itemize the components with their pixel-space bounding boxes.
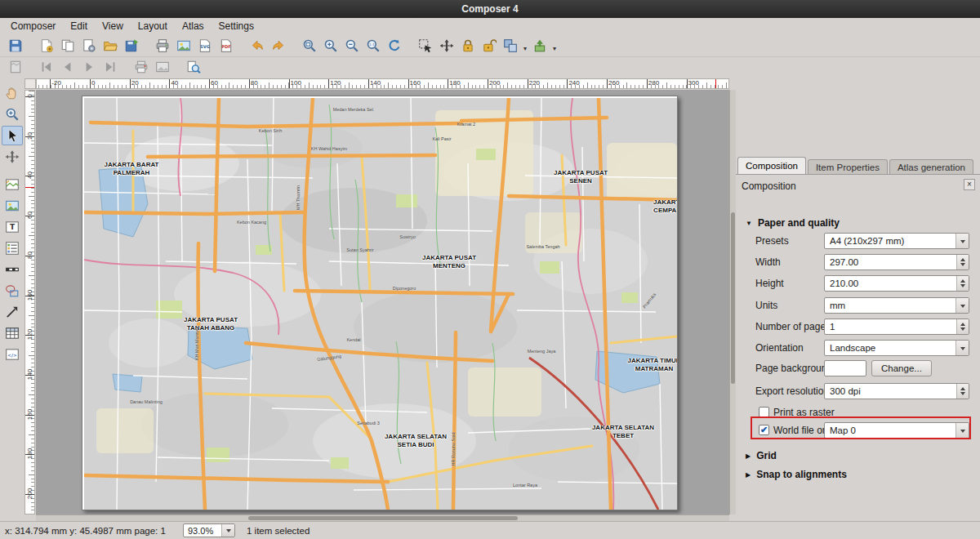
- group-items-button[interactable]: [500, 36, 521, 56]
- zoom-full-button[interactable]: [299, 36, 320, 56]
- atlas-print-button[interactable]: [131, 57, 152, 77]
- save-template-button[interactable]: [121, 36, 142, 56]
- group-items-dropdown[interactable]: ▾: [521, 36, 529, 56]
- panel-close-button[interactable]: ×: [964, 179, 975, 190]
- presets-combo[interactable]: A4 (210x297 mm): [824, 233, 969, 249]
- vertical-scrollbar[interactable]: [729, 90, 736, 514]
- move-content-tool-icon: [5, 149, 20, 164]
- height-spin-arrows-icon[interactable]: [956, 276, 969, 291]
- menu-composer[interactable]: Composer: [3, 19, 63, 33]
- zoom-in-button[interactable]: [320, 36, 341, 56]
- page-background-color-swatch[interactable]: [824, 360, 866, 376]
- menu-view[interactable]: View: [95, 19, 131, 33]
- world-file-map-combo[interactable]: Map 0: [824, 422, 969, 439]
- add-html-button[interactable]: </>: [2, 345, 23, 364]
- h-ruler-tick: [50, 79, 51, 88]
- atlas-settings-button[interactable]: [183, 57, 204, 77]
- add-shape-button[interactable]: [2, 281, 23, 301]
- menu-layout[interactable]: Layout: [131, 19, 175, 33]
- pan-tool-button[interactable]: [2, 83, 23, 103]
- menu-settings[interactable]: Settings: [212, 19, 261, 33]
- pages-spinbox[interactable]: 1: [824, 318, 969, 335]
- composition-canvas[interactable]: JAKARTA BARATPALMERAHJAKARTA PUSATSENENJ…: [36, 90, 729, 514]
- new-composer-button[interactable]: [36, 36, 57, 56]
- select-move-item-button[interactable]: [415, 36, 436, 56]
- export-resolution-spin-arrows-icon[interactable]: [956, 384, 969, 399]
- orientation-combo[interactable]: Landscape: [824, 340, 969, 356]
- export-pdf-button[interactable]: PDF: [216, 36, 237, 56]
- export-image-button[interactable]: [173, 36, 194, 56]
- add-arrow-button[interactable]: [2, 302, 23, 322]
- add-html-icon: </>: [5, 347, 20, 362]
- raise-items-dropdown[interactable]: ▾: [550, 36, 559, 56]
- zoom-level-combo[interactable]: 93.0%: [183, 523, 235, 537]
- add-scalebar-button[interactable]: [2, 260, 23, 279]
- select-move-item-tool-button[interactable]: [2, 126, 23, 145]
- print-as-raster-checkbox[interactable]: ✔: [759, 407, 769, 417]
- print-as-raster-row: ✔ Print as raster: [736, 404, 980, 421]
- zoom-actual-button[interactable]: 1:1: [363, 36, 384, 56]
- move-item-content-button[interactable]: [436, 36, 457, 56]
- add-map-button[interactable]: [2, 175, 23, 194]
- move-content-tool-button[interactable]: [2, 147, 23, 167]
- zoom-tool-button[interactable]: [2, 105, 23, 124]
- horizontal-scrollbar-thumb[interactable]: [248, 516, 518, 520]
- h-ruler-number: 200: [489, 79, 500, 87]
- selection-status: 1 item selected: [247, 526, 310, 536]
- page-background-change-button[interactable]: Change...: [871, 360, 932, 376]
- unlock-items-button[interactable]: [479, 36, 500, 56]
- print-button[interactable]: [152, 36, 173, 56]
- width-spin-arrows-icon[interactable]: [956, 255, 969, 270]
- street-label: Danau Malinting: [130, 399, 163, 404]
- paper-quality-section-header[interactable]: ▼ Paper and quality: [746, 217, 840, 229]
- svg-text:PDF: PDF: [221, 44, 231, 49]
- atlas-first-feature-button[interactable]: [36, 57, 57, 77]
- map-item[interactable]: JAKARTA BARATPALMERAHJAKARTA PUSATSENENJ…: [84, 98, 677, 510]
- raise-items-button[interactable]: [529, 36, 550, 56]
- tab-composition[interactable]: Composition: [737, 157, 806, 174]
- street-label: KH Wahid Hasyim: [311, 146, 347, 151]
- add-map-icon: [5, 177, 20, 192]
- undo-button[interactable]: [247, 36, 268, 56]
- horizontal-scrollbar[interactable]: [36, 514, 729, 521]
- duplicate-composer-button[interactable]: [57, 36, 78, 56]
- grid-section-header[interactable]: ▶ Grid: [746, 450, 777, 461]
- street-label: KH Mas Mansyur: [194, 326, 199, 360]
- atlas-next-feature-button[interactable]: [78, 57, 100, 77]
- atlas-prev-feature-button[interactable]: [57, 57, 78, 77]
- redo-button[interactable]: [268, 36, 289, 56]
- world-file-checkbox[interactable]: ✔: [759, 425, 769, 435]
- height-spinbox[interactable]: 210.00: [824, 275, 969, 292]
- atlas-export-button[interactable]: [152, 57, 173, 77]
- add-image-button[interactable]: [2, 196, 23, 216]
- snap-section-header[interactable]: ▶ Snap to alignments: [746, 469, 847, 480]
- menu-edit[interactable]: Edit: [63, 19, 95, 33]
- last-icon: [103, 60, 118, 74]
- atlas-preview-button[interactable]: [5, 57, 26, 77]
- menu-atlas[interactable]: Atlas: [175, 19, 212, 33]
- atlas-last-feature-button[interactable]: [100, 57, 121, 77]
- pages-spin-arrows-icon[interactable]: [956, 319, 969, 334]
- tab-item-properties[interactable]: Item Properties: [808, 159, 888, 174]
- zoom-out-button[interactable]: [341, 36, 363, 56]
- refresh-view-button[interactable]: [384, 36, 405, 56]
- lock-items-button[interactable]: [457, 36, 479, 56]
- export-resolution-spinbox[interactable]: 300 dpi: [824, 383, 969, 399]
- add-legend-button[interactable]: [2, 238, 23, 258]
- units-combo[interactable]: mm: [824, 297, 969, 314]
- add-table-icon: [5, 326, 20, 341]
- add-scalebar-icon: [5, 262, 20, 277]
- add-label-button[interactable]: T: [2, 217, 23, 237]
- tab-atlas-generation[interactable]: Atlas generation: [889, 159, 973, 174]
- atlas-print-icon: [134, 60, 149, 74]
- width-spinbox[interactable]: 297.00: [824, 254, 969, 270]
- save-project-button[interactable]: [5, 36, 26, 56]
- export-svg-button[interactable]: SVG: [194, 36, 216, 56]
- h-ruler-number: 220: [529, 79, 540, 87]
- svg-text:T: T: [10, 223, 16, 231]
- paper-page[interactable]: JAKARTA BARATPALMERAHJAKARTA PUSATSENENJ…: [82, 96, 678, 510]
- add-attribute-table-button[interactable]: [2, 323, 23, 343]
- load-template-button[interactable]: [100, 36, 121, 56]
- vertical-scrollbar-thumb[interactable]: [731, 212, 735, 384]
- composer-manager-button[interactable]: [78, 36, 100, 56]
